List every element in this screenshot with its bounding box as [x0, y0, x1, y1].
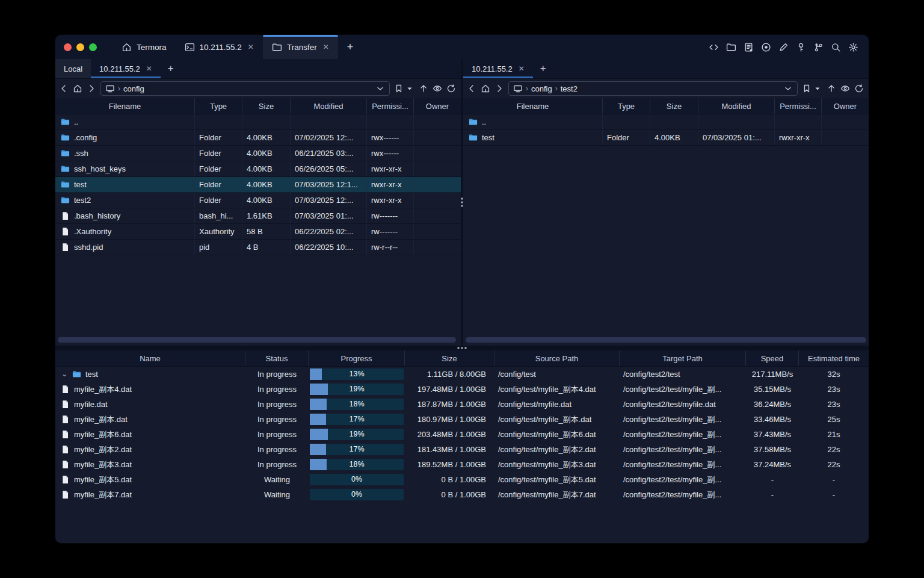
- bookmark-icon[interactable]: [394, 84, 404, 93]
- branch-icon[interactable]: [813, 42, 824, 52]
- search-icon[interactable]: [831, 42, 841, 52]
- file-row[interactable]: ssh_host_keysFolder4.00KB06/26/2025 05:.…: [55, 161, 461, 177]
- close-window-button[interactable]: [64, 43, 72, 51]
- panel-tab-local[interactable]: Local: [55, 59, 91, 78]
- transfer-status: Waiting: [245, 490, 309, 499]
- column-header[interactable]: Status: [245, 350, 309, 366]
- column-header[interactable]: Speed: [746, 350, 799, 366]
- minimize-window-button[interactable]: [76, 43, 84, 51]
- path-dropdown[interactable]: [375, 84, 385, 93]
- path-dropdown[interactable]: [783, 84, 793, 93]
- file-row[interactable]: .XauthorityXauthority58 B06/22/2025 02:.…: [55, 224, 461, 240]
- close-tab-icon[interactable]: ✕: [248, 43, 254, 51]
- triangle-down-icon[interactable]: [813, 84, 822, 93]
- transfer-row[interactable]: myfile.datIn progress18%187.87MB / 1.00G…: [55, 397, 869, 412]
- triangle-down-icon[interactable]: [405, 84, 414, 93]
- panel-tab-10-211-55-2[interactable]: 10.211.55.2✕: [463, 59, 533, 78]
- column-header[interactable]: Permissi...: [775, 98, 822, 114]
- file-row[interactable]: test2Folder4.00KB07/03/2025 12:...rwxr-x…: [55, 193, 461, 208]
- arrow-left-icon[interactable]: [59, 84, 69, 93]
- column-header[interactable]: Source Path: [494, 350, 620, 366]
- file-row[interactable]: testFolder4.00KB07/03/2025 12:1...rwxr-x…: [55, 177, 461, 193]
- breadcrumb-segment[interactable]: test2: [561, 84, 578, 93]
- column-header[interactable]: Size: [650, 98, 698, 114]
- file-perm: rwxr-xr-x: [367, 161, 414, 176]
- home-icon[interactable]: [73, 84, 82, 93]
- column-header[interactable]: Owner: [414, 98, 461, 114]
- transfer-row[interactable]: myfile_副本.datIn progress17%180.97MB / 1.…: [55, 412, 869, 427]
- file-row[interactable]: sshd.pidpid4 B06/22/2025 10:...rw-r--r--: [55, 240, 461, 255]
- column-header[interactable]: Type: [195, 98, 242, 114]
- transfer-name: myfile.dat: [74, 400, 108, 409]
- close-tab-icon[interactable]: ✕: [323, 43, 329, 51]
- transfer-row[interactable]: myfile_副本2.datIn progress17%181.43MB / 1…: [55, 442, 869, 457]
- column-header[interactable]: Filename: [55, 98, 195, 114]
- bookmark-icon[interactable]: [802, 84, 812, 93]
- horizontal-splitter[interactable]: [55, 346, 869, 350]
- transfer-row[interactable]: myfile_副本7.datWaiting0%0 B / 1.00GB/conf…: [55, 487, 869, 502]
- transfer-size: 180.97MB / 1.00GB: [405, 415, 494, 424]
- file-modified: 06/26/2025 05:...: [291, 161, 367, 176]
- refresh-icon[interactable]: [446, 84, 456, 93]
- app-tab-termora[interactable]: Termora: [112, 35, 176, 59]
- transfer-row[interactable]: ⌄testIn progress13%1.11GB / 8.00GB/confi…: [55, 367, 869, 382]
- key-icon[interactable]: [796, 42, 806, 52]
- path-breadcrumb[interactable]: ›config›test2: [508, 81, 798, 96]
- arrow-right-icon[interactable]: [494, 84, 504, 93]
- home-icon[interactable]: [481, 84, 490, 93]
- eye-icon[interactable]: [433, 84, 442, 93]
- column-header[interactable]: Target Path: [620, 350, 746, 366]
- eye-icon[interactable]: [840, 84, 850, 93]
- column-header[interactable]: Filename: [463, 98, 603, 114]
- column-header[interactable]: Modified: [291, 98, 367, 114]
- gear-icon[interactable]: [848, 42, 858, 52]
- bookmark-control[interactable]: [394, 84, 414, 93]
- close-tab-icon[interactable]: ✕: [519, 64, 525, 73]
- breadcrumb-segment[interactable]: config: [123, 84, 144, 93]
- column-header[interactable]: Modified: [698, 98, 775, 114]
- file-row[interactable]: .sshFolder4.00KB06/21/2025 03:...rwx----…: [55, 146, 461, 161]
- transfer-row[interactable]: myfile_副本4.datIn progress19%197.48MB / 1…: [55, 382, 869, 397]
- panel-tab-10-211-55-2[interactable]: 10.211.55.2✕: [91, 59, 161, 78]
- horizontal-scrollbar[interactable]: [58, 337, 456, 343]
- folder-o-icon[interactable]: [726, 42, 736, 52]
- pencil-icon[interactable]: [778, 42, 789, 52]
- file-row[interactable]: testFolder4.00KB07/03/2025 01:...rwxr-xr…: [463, 130, 869, 146]
- transfer-row[interactable]: myfile_副本6.datIn progress19%203.48MB / 1…: [55, 427, 869, 442]
- column-header[interactable]: Estimated time: [799, 350, 869, 366]
- transfer-row[interactable]: myfile_副本5.datWaiting0%0 B / 1.00GB/conf…: [55, 472, 869, 487]
- bookmark-control[interactable]: [802, 84, 822, 93]
- column-header[interactable]: Owner: [822, 98, 869, 114]
- transfer-row[interactable]: myfile_副本3.datIn progress18%189.52MB / 1…: [55, 457, 869, 472]
- column-header[interactable]: Type: [603, 98, 650, 114]
- breadcrumb-segment[interactable]: config: [531, 84, 552, 93]
- close-tab-icon[interactable]: ✕: [146, 64, 152, 73]
- new-panel-tab-button[interactable]: +: [161, 59, 181, 78]
- maximize-window-button[interactable]: [89, 43, 97, 51]
- app-tab-10-211-55-2[interactable]: 10.211.55.2✕: [176, 35, 263, 59]
- refresh-icon[interactable]: [854, 84, 864, 93]
- arrow-right-icon[interactable]: [87, 84, 96, 93]
- app-tab-transfer[interactable]: Transfer✕: [263, 35, 338, 59]
- column-header[interactable]: Name: [55, 350, 245, 366]
- record-icon[interactable]: [761, 42, 771, 52]
- file-text-icon[interactable]: [744, 42, 754, 52]
- arrow-up-icon[interactable]: [827, 84, 836, 93]
- file-row[interactable]: .configFolder4.00KB07/02/2025 12:...rwx-…: [55, 130, 461, 146]
- horizontal-scrollbar[interactable]: [466, 337, 866, 343]
- column-header[interactable]: Permissi...: [367, 98, 414, 114]
- code-icon[interactable]: [709, 42, 719, 52]
- chevron-down-icon[interactable]: ⌄: [61, 370, 68, 378]
- path-breadcrumb[interactable]: ›config: [100, 81, 390, 96]
- file-row[interactable]: ..: [463, 114, 869, 130]
- file-row[interactable]: ..: [55, 114, 461, 130]
- column-header[interactable]: Size: [242, 98, 291, 114]
- file-row[interactable]: .bash_historybash_hi...1.61KB07/03/2025 …: [55, 208, 461, 224]
- column-header[interactable]: Progress: [309, 350, 405, 366]
- arrow-up-icon[interactable]: [419, 84, 428, 93]
- column-header[interactable]: Size: [405, 350, 494, 366]
- new-panel-tab-button[interactable]: +: [533, 59, 553, 78]
- arrow-left-icon[interactable]: [467, 84, 476, 93]
- new-app-tab-button[interactable]: +: [338, 35, 363, 59]
- file-modified: [698, 114, 775, 129]
